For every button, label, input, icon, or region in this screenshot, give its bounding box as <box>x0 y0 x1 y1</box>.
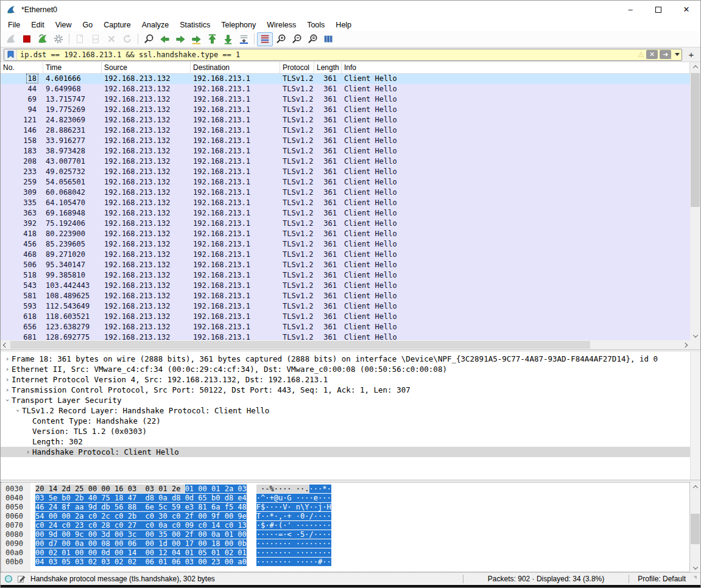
hex-row[interactable]: 006054 00 00 2a c0 2c c0 2b c0 30 c0 2f … <box>1 512 689 521</box>
scroll-up-arrow-icon[interactable] <box>690 62 700 71</box>
add-filter-button[interactable]: + <box>685 49 697 61</box>
capture-comment-icon[interactable] <box>17 575 26 583</box>
menu-telephony[interactable]: Telephony <box>216 19 261 30</box>
go-last-icon[interactable] <box>220 32 236 46</box>
auto-scroll-icon[interactable] <box>236 32 252 46</box>
collapsed-chevron-icon[interactable]: › <box>3 354 12 364</box>
packet-row[interactable]: 33564.105470192.168.213.132192.168.213.1… <box>1 198 690 208</box>
filter-bookmark-button[interactable] <box>4 49 17 60</box>
scroll-left-arrow-icon[interactable] <box>1 340 10 349</box>
packet-row[interactable]: 20843.007701192.168.213.132192.168.213.1… <box>1 156 690 167</box>
detail-tree-row[interactable]: ›Transport Layer Security <box>1 395 700 405</box>
expanded-chevron-icon[interactable]: › <box>13 407 23 415</box>
collapsed-chevron-icon[interactable]: › <box>3 385 12 395</box>
maximize-button[interactable] <box>644 1 672 18</box>
zoom-out-icon[interactable] <box>289 32 305 46</box>
column-header-protocol[interactable]: Protocol <box>280 62 314 73</box>
hex-row[interactable]: 00b004 03 05 03 02 03 02 02 06 01 06 03 … <box>1 558 689 567</box>
detail-tree-row[interactable]: ›Transmission Control Protocol, Src Port… <box>1 385 700 395</box>
minimize-button[interactable]: – <box>616 1 644 18</box>
details-scrollbar-track[interactable] <box>690 352 700 480</box>
go-first-icon[interactable] <box>204 32 220 46</box>
packet-row[interactable]: 46889.271020192.168.213.132192.168.213.1… <box>1 250 690 260</box>
resize-columns-icon[interactable] <box>320 32 336 46</box>
packet-row[interactable]: 6913.715747192.168.213.132192.168.213.1T… <box>1 94 690 105</box>
packet-row[interactable]: 184.601666192.168.213.132192.168.213.1TL… <box>1 74 690 84</box>
colorize-icon[interactable] <box>257 32 273 46</box>
close-button[interactable]: ✕ <box>672 1 700 18</box>
packet-row[interactable]: 50695.340147192.168.213.132192.168.213.1… <box>1 260 690 270</box>
hex-row[interactable]: 005046 24 8f aa 9d db 56 88 6e 5c 59 e3 … <box>1 503 689 512</box>
detail-tree-row[interactable]: ›TLSv1.2 Record Layer: Handshake Protoco… <box>1 405 700 416</box>
hex-row[interactable]: 004003 5e b0 2b 40 75 18 47 d8 0a d8 0d … <box>1 494 689 503</box>
go-to-packet-icon[interactable] <box>188 32 204 46</box>
capture-options-icon[interactable] <box>51 32 66 46</box>
menu-statistics[interactable]: Statistics <box>174 19 216 30</box>
detail-tree-row[interactable]: ›Handshake Protocol: Client Hello <box>1 447 700 457</box>
packet-list-vertical-scrollbar[interactable] <box>690 62 700 340</box>
go-back-icon[interactable] <box>157 32 172 46</box>
packet-row[interactable]: 18338.973428192.168.213.132192.168.213.1… <box>1 146 690 156</box>
collapsed-chevron-icon[interactable]: › <box>24 447 32 457</box>
packet-list-horizontal-scrollbar[interactable] <box>1 340 690 349</box>
packet-row[interactable]: 25954.056501192.168.213.132192.168.213.1… <box>1 177 690 187</box>
detail-tree-row[interactable]: Version: TLS 1.2 (0x0303) <box>1 426 700 436</box>
resize-grip[interactable] <box>691 576 697 582</box>
menu-tools[interactable]: Tools <box>301 19 330 30</box>
go-forward-icon[interactable] <box>172 32 188 46</box>
packet-bytes-view[interactable]: 003020 14 2d 25 00 00 16 03 03 01 2e 01 … <box>1 482 690 572</box>
detail-tree-row[interactable]: ›Ethernet II, Src: VMware_c4:cf:34 (00:0… <box>1 364 700 374</box>
column-header-source[interactable]: Source <box>102 62 191 73</box>
packet-row[interactable]: 23349.025732192.168.213.132192.168.213.1… <box>1 167 690 177</box>
column-header-no[interactable]: No. <box>1 62 43 73</box>
menu-view[interactable]: View <box>50 19 77 30</box>
packet-row[interactable]: 41880.223900192.168.213.132192.168.213.1… <box>1 229 690 239</box>
packet-row[interactable]: 15833.916277192.168.213.132192.168.213.1… <box>1 136 690 146</box>
packet-row[interactable]: 656123.638279192.168.213.132192.168.213.… <box>1 322 690 332</box>
column-header-time[interactable]: Time <box>43 62 102 73</box>
menu-file[interactable]: File <box>2 19 26 30</box>
packet-row[interactable]: 593112.543649192.168.213.132192.168.213.… <box>1 301 690 312</box>
scroll-up-arrow-icon[interactable] <box>690 482 700 491</box>
profile-label[interactable]: Profile: Default <box>638 575 686 583</box>
scroll-thumb[interactable] <box>691 514 700 544</box>
detail-tree-row[interactable]: Length: 302 <box>1 436 700 447</box>
hex-row[interactable]: 003020 14 2d 25 00 00 16 03 03 01 2e 01 … <box>1 485 689 494</box>
packet-row[interactable]: 45685.239605192.168.213.132192.168.213.1… <box>1 239 690 250</box>
column-header-info[interactable]: Info <box>342 62 690 73</box>
collapsed-chevron-icon[interactable]: › <box>3 374 12 385</box>
scroll-down-arrow-icon[interactable] <box>690 563 700 572</box>
packet-row[interactable]: 36369.168948192.168.213.132192.168.213.1… <box>1 208 690 219</box>
scroll-right-arrow-icon[interactable] <box>680 340 690 349</box>
apply-filter-button[interactable]: ➜ <box>660 50 671 59</box>
packet-row[interactable]: 12124.823069192.168.213.132192.168.213.1… <box>1 115 690 125</box>
detail-tree-row[interactable]: ›Internet Protocol Version 4, Src: 192.1… <box>1 374 700 385</box>
column-header-destination[interactable]: Destination <box>191 62 280 73</box>
packet-row[interactable]: 681128.692775192.168.213.132192.168.213.… <box>1 332 690 340</box>
hex-row[interactable]: 0070c0 24 c0 23 c0 28 c0 27 c0 0a c0 09 … <box>1 521 689 530</box>
scroll-thumb[interactable] <box>10 341 590 349</box>
clear-filter-button[interactable]: ✕ <box>646 50 658 59</box>
hex-row[interactable]: 00a000 02 01 00 00 0d 00 14 00 12 04 01 … <box>1 548 689 558</box>
packet-row[interactable]: 9419.775269192.168.213.132192.168.213.1T… <box>1 105 690 115</box>
detail-tree-row[interactable]: ›Frame 18: 361 bytes on wire (2888 bits)… <box>1 354 700 364</box>
menu-analyze[interactable]: Analyze <box>136 19 174 30</box>
hex-row[interactable]: 008000 9d 00 9c 00 3d 00 3c 00 35 00 2f … <box>1 530 689 539</box>
display-filter-input[interactable]: ip.dst == 192.168.213.1 && ssl.handshake… <box>17 51 638 59</box>
column-header-length[interactable]: Length <box>314 62 342 73</box>
expanded-chevron-icon[interactable]: › <box>2 396 13 405</box>
packet-row[interactable]: 14628.886231192.168.213.132192.168.213.1… <box>1 125 690 136</box>
bytes-vertical-scrollbar[interactable] <box>690 482 700 572</box>
hex-row[interactable]: 009000 d7 00 0a 00 08 00 06 00 1d 00 17 … <box>1 539 689 548</box>
menu-go[interactable]: Go <box>77 19 99 30</box>
menu-capture[interactable]: Capture <box>98 19 136 30</box>
menu-wireless[interactable]: Wireless <box>261 19 301 30</box>
packet-row[interactable]: 581108.489625192.168.213.132192.168.213.… <box>1 291 690 301</box>
expert-info-icon[interactable] <box>4 575 13 583</box>
packet-row[interactable]: 449.649968192.168.213.132192.168.213.1TL… <box>1 84 690 94</box>
restart-capture-icon[interactable] <box>35 32 51 46</box>
find-packet-icon[interactable] <box>141 32 157 46</box>
packet-row[interactable]: 51899.385810192.168.213.132192.168.213.1… <box>1 270 690 281</box>
packet-row[interactable]: 543103.442443192.168.213.132192.168.213.… <box>1 281 690 291</box>
scroll-down-arrow-icon[interactable] <box>690 331 700 340</box>
